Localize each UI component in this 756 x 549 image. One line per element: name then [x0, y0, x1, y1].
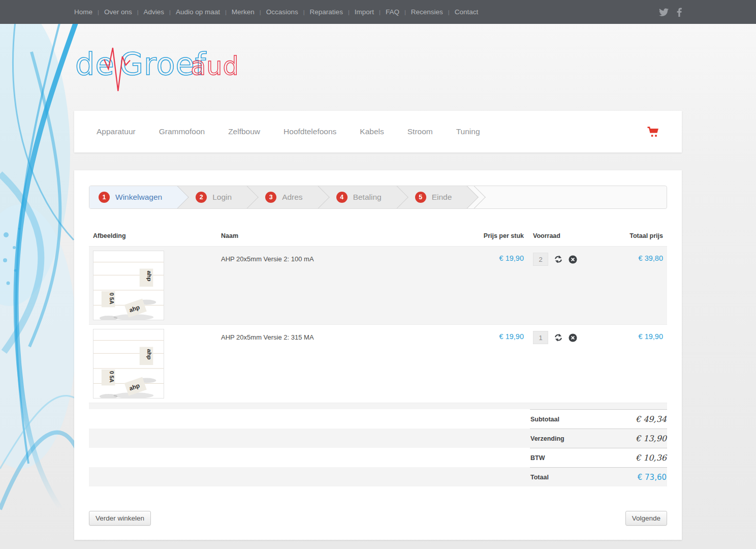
separator: [404, 9, 406, 15]
product-name: AHP 20x5mm Versie 2: 315 MA: [221, 329, 445, 341]
separator: [303, 9, 305, 15]
topnav-item-recensies[interactable]: Recensies: [411, 8, 443, 16]
step-label: Einde: [432, 193, 452, 202]
top-utility-bar: Home Over ons Advies Audio op maat Merke…: [0, 0, 756, 24]
step-label: Adres: [282, 193, 303, 202]
separator: [225, 9, 227, 15]
delete-icon[interactable]: [569, 333, 577, 342]
quantity-input[interactable]: [533, 253, 548, 266]
logo-text-audio: audio: [191, 51, 239, 81]
main-navigation-bar: Apparatuur Grammofoon Zelfbouw Hoofdtele…: [74, 111, 682, 152]
topnav-item-occasions[interactable]: Occasions: [266, 8, 298, 16]
separator: [379, 9, 381, 15]
summary-row-subtotaal: Subtotaal € 49,34: [89, 409, 667, 429]
next-step-button[interactable]: Volgende: [625, 511, 667, 526]
summary-value: € 49,34: [636, 414, 667, 424]
mainnav-item-apparatuur[interactable]: Apparatuur: [97, 127, 136, 136]
step-number-badge: 4: [336, 192, 348, 203]
mainnav-item-hoofdtelefoons[interactable]: Hoofdtelefoons: [284, 127, 336, 136]
separator: [169, 9, 171, 15]
site-header: de Groef audio: [74, 24, 682, 111]
step-number-badge: 3: [265, 192, 276, 203]
mainnav-item-grammofoon[interactable]: Grammofoon: [159, 127, 205, 136]
summary-total-value: € 73,60: [638, 473, 667, 482]
summary-row-verzending: Verzending € 13,90: [89, 429, 667, 448]
topnav-item-merken[interactable]: Merken: [232, 8, 255, 16]
mainnav-item-kabels[interactable]: Kabels: [360, 127, 384, 136]
continue-shopping-button[interactable]: Verder winkelen: [89, 511, 151, 526]
cart-table-header: Afbeelding Naam Prijs per stuk Voorraad …: [89, 227, 667, 246]
step-betaling[interactable]: 4 Betaling: [318, 186, 397, 208]
site-logo[interactable]: de Groef audio: [75, 39, 239, 93]
quantity-input[interactable]: [533, 331, 548, 344]
topnav-item-contact[interactable]: Contact: [455, 8, 479, 16]
header-naam: Naam: [221, 232, 445, 239]
topnav-item-import[interactable]: Import: [355, 8, 374, 16]
cart-row: AHP 20x5mm Versie 2: 315 MA € 19,90: [89, 324, 667, 403]
product-image[interactable]: [93, 329, 164, 399]
topnav-item-audio-op-maat[interactable]: Audio op maat: [176, 8, 220, 16]
header-voorraad: Voorraad: [524, 232, 615, 239]
summary-spacer: [89, 403, 667, 409]
step-label: Winkelwagen: [115, 193, 162, 202]
facebook-icon[interactable]: [677, 8, 682, 17]
checkout-steps: 1 Winkelwagen 2 Login 3 Adres 4 Betaling…: [89, 186, 667, 209]
header-afbeelding: Afbeelding: [93, 232, 221, 239]
twitter-icon[interactable]: [659, 8, 669, 16]
product-image[interactable]: [93, 251, 164, 320]
step-number-badge: 5: [415, 192, 426, 203]
line-total: € 39,80: [615, 251, 663, 262]
cart-row: AHP 20x5mm Versie 2: 100 mA € 19,90: [89, 246, 667, 324]
delete-icon[interactable]: [569, 255, 577, 264]
topnav-item-advies[interactable]: Advies: [144, 8, 165, 16]
cart-icon[interactable]: [647, 126, 659, 138]
separator: [98, 9, 99, 15]
product-name: AHP 20x5mm Versie 2: 100 mA: [221, 251, 445, 263]
summary-row-totaal: Totaal € 73,60: [89, 467, 667, 486]
summary-value: € 10,36: [636, 453, 667, 463]
step-label: Login: [212, 193, 232, 202]
separator: [260, 9, 261, 15]
mainnav-item-zelfbouw[interactable]: Zelfbouw: [228, 127, 260, 136]
mainnav-item-stroom[interactable]: Stroom: [407, 127, 433, 136]
refresh-icon[interactable]: [554, 255, 563, 264]
unit-price: € 19,90: [445, 329, 524, 341]
separator: [348, 9, 350, 15]
separator: [137, 9, 139, 15]
step-winkelwagen[interactable]: 1 Winkelwagen: [89, 186, 177, 208]
topnav-item-faq[interactable]: FAQ: [386, 8, 399, 16]
summary-label: Verzending: [530, 435, 564, 442]
step-label: Betaling: [353, 193, 382, 202]
summary-label: Subtotaal: [530, 416, 559, 423]
summary-row-btw: BTW € 10,36: [89, 448, 667, 467]
mainnav-item-tuning[interactable]: Tuning: [456, 127, 480, 136]
step-number-badge: 2: [196, 192, 207, 203]
separator: [448, 9, 450, 15]
topnav-item-over-ons[interactable]: Over ons: [104, 8, 132, 16]
step-number-badge: 1: [99, 192, 110, 203]
line-total: € 19,90: [615, 329, 663, 341]
top-navigation: Home Over ons Advies Audio op maat Merke…: [74, 8, 483, 16]
topnav-item-reparaties[interactable]: Reparaties: [310, 8, 343, 16]
header-totaal-prijs: Totaal prijs: [615, 232, 663, 239]
header-prijs-per-stuk: Prijs per stuk: [445, 232, 524, 239]
unit-price: € 19,90: [445, 251, 524, 262]
logo-text-de: de: [75, 46, 115, 82]
summary-label: BTW: [530, 454, 545, 462]
refresh-icon[interactable]: [554, 333, 563, 342]
topnav-item-home[interactable]: Home: [74, 8, 92, 16]
summary-value: € 13,90: [636, 434, 667, 443]
checkout-panel: 1 Winkelwagen 2 Login 3 Adres 4 Betaling…: [74, 170, 682, 540]
summary-label: Totaal: [530, 474, 549, 481]
